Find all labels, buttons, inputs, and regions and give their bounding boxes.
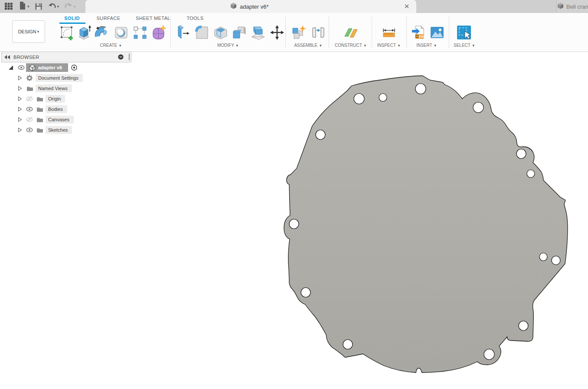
bolt-hole[interactable] [301,288,310,297]
root-component-selected[interactable]: adapter v6 [26,63,68,72]
scrollbar-thumb[interactable] [129,54,130,60]
create-sketch-button[interactable] [59,24,75,42]
tab-solid[interactable]: SOLID [64,16,80,21]
tab-surface[interactable]: SURFACE [97,16,121,21]
item-label[interactable]: Sketches [46,126,72,134]
browser-item-canvases[interactable]: Canvases [1,114,131,125]
save-button[interactable] [33,1,44,12]
shell-button[interactable] [213,24,229,42]
close-icon[interactable]: ✕ [402,2,411,11]
group-separator [372,16,372,48]
expand-icon[interactable] [16,75,23,81]
expand-icon[interactable] [16,116,23,123]
bolt-hole[interactable] [289,219,299,229]
browser-item-named-views[interactable]: Named Views [1,83,131,94]
adapter-plate-body[interactable] [284,76,568,373]
expand-icon[interactable] [16,126,23,133]
group-label-select[interactable]: SELECT ▾ [454,43,474,48]
group-label-construct[interactable]: CONSTRUCT ▾ [335,43,366,48]
item-label[interactable]: Bodies [46,105,67,113]
group-label-assemble[interactable]: ASSEMBLE ▾ [294,43,321,48]
revolve-button[interactable] [95,24,111,42]
chevron-down-icon[interactable]: ▾ [74,5,76,9]
chevron-down-icon[interactable]: ▾ [57,5,59,9]
file-new-icon [19,1,26,12]
bolt-hole[interactable] [539,253,547,261]
press-pull-button[interactable] [175,24,191,42]
create-form-button[interactable] [151,24,167,42]
expand-icon[interactable] [16,85,23,92]
group-separator [406,16,407,48]
bolt-hole[interactable] [316,130,325,139]
insert-image-button[interactable] [429,24,445,42]
construct-plane-button[interactable] [343,24,359,42]
bolt-hole[interactable] [552,256,560,265]
eye-icon[interactable] [26,95,33,102]
display-settings-icon[interactable] [118,54,124,60]
bolt-hole[interactable] [343,340,353,349]
bolt-hole[interactable] [484,349,494,360]
chevron-down-icon: ▾ [364,43,366,48]
eye-icon[interactable] [17,64,24,71]
item-label[interactable]: Origin [46,95,65,103]
fillet-button[interactable] [194,24,210,42]
bolt-hole[interactable] [415,84,426,94]
redo-icon [64,2,73,11]
eye-icon[interactable] [26,106,33,113]
browser-item-sketches[interactable]: Sketches [1,125,131,135]
browser-root-row[interactable]: adapter v6 [1,62,131,73]
active-tab-underline [59,23,85,24]
group-label-create[interactable]: CREATE ▾ [100,43,121,48]
collapse-panel-icon[interactable] [4,54,11,60]
measure-button[interactable] [381,24,397,42]
item-label[interactable]: Canvases [46,116,74,123]
activate-radio-icon[interactable] [71,64,78,71]
item-label[interactable]: Named Views [36,84,72,92]
joint-button[interactable] [310,24,326,42]
expand-icon[interactable] [16,106,23,113]
eye-icon[interactable] [26,126,33,133]
group-label-insert[interactable]: INSERT ▾ [416,43,436,48]
file-menu-button[interactable]: ▾ [17,1,31,12]
group-label-inspect[interactable]: INSPECT ▾ [377,43,400,48]
bolt-hole[interactable] [527,170,535,178]
expand-collapse-icon[interactable] [8,64,14,71]
bolt-hole[interactable] [519,321,528,331]
redo-button[interactable]: ▾ [63,1,77,12]
select-button[interactable] [456,24,472,42]
browser-item-document-settings[interactable]: Document Settings [1,73,131,83]
split-body-button[interactable] [250,24,266,42]
browser-item-origin[interactable]: Origin [1,94,131,104]
folder-icon [36,126,43,133]
bolt-hole[interactable] [354,94,364,104]
browser-item-bodies[interactable]: Bodies [1,104,131,114]
expand-icon[interactable] [16,95,23,102]
item-label[interactable]: Document Settings [36,74,83,82]
chevron-down-icon: ▾ [320,43,322,48]
rectangular-pattern-button[interactable] [132,24,148,42]
document-tab-active[interactable]: adapter v6* ✕ [85,0,416,13]
move-copy-button[interactable] [269,24,285,42]
hole-button[interactable] [114,24,129,42]
bolt-hole[interactable] [516,149,526,159]
new-component-button[interactable] [291,24,307,42]
tab-tools[interactable]: TOOLS [186,16,203,21]
extrude-button[interactable] [76,24,92,42]
insert-svg-button[interactable]: SVG [411,24,427,42]
bolt-hole[interactable] [379,94,387,101]
eye-icon[interactable] [26,116,33,123]
app-grid-icon[interactable] [3,1,15,12]
group-label-modify[interactable]: MODIFY ▾ [217,43,238,48]
browser-header[interactable]: BROWSER [1,52,131,62]
root-component-label: adapter v6 [38,65,62,70]
folder-icon [36,116,43,123]
combine-button[interactable] [231,24,247,42]
design-dropdown[interactable]: DESIGN ▾ [12,20,45,43]
document-tab-inactive[interactable]: Bell cran [556,0,588,13]
bolt-hole[interactable] [473,102,483,113]
tab-sheet-metal[interactable]: SHEET METAL [136,16,170,21]
chevron-down-icon[interactable]: ▾ [27,5,29,9]
group-label-text: CONSTRUCT [335,43,362,48]
undo-button[interactable]: ▾ [46,1,61,12]
insert-svg-icon: SVG [411,35,427,42]
